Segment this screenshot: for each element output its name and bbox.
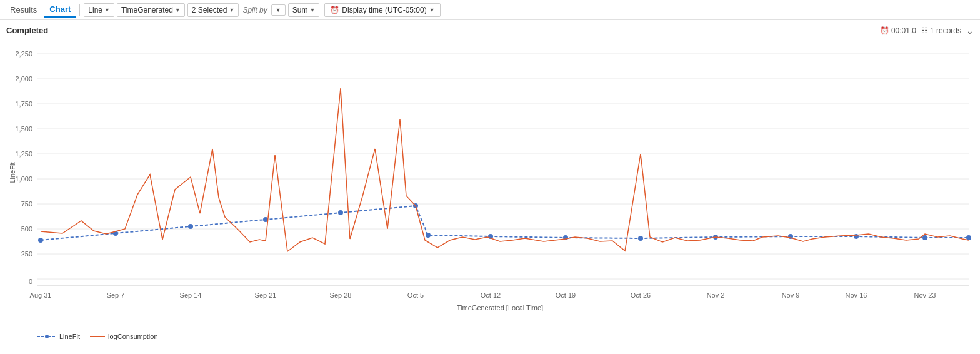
chart-svg: 2,250 2,000 1,750 1,500 1,250 1,000 750 … xyxy=(0,41,980,329)
svg-text:Oct 5: Oct 5 xyxy=(408,291,424,299)
records-value: 1 records xyxy=(930,26,961,35)
sum-label: Sum xyxy=(292,6,308,14)
chart-area: 2,250 2,000 1,750 1,500 1,250 1,000 750 … xyxy=(0,41,980,329)
chevron-down-icon: ▼ xyxy=(309,7,315,13)
svg-text:250: 250 xyxy=(21,250,32,258)
svg-text:TimeGenerated [Local Time]: TimeGenerated [Local Time] xyxy=(457,304,543,311)
svg-point-42 xyxy=(426,233,431,238)
svg-text:1,750: 1,750 xyxy=(15,100,32,108)
linefit-legend-icon xyxy=(38,333,56,340)
tab-results[interactable]: Results xyxy=(5,3,42,17)
legend-item-logconsumption: logConsumption xyxy=(90,333,158,340)
svg-text:Nov 2: Nov 2 xyxy=(707,291,725,299)
svg-point-36 xyxy=(38,238,43,243)
svg-text:Oct 12: Oct 12 xyxy=(481,291,501,299)
time-generated-label: TimeGenerated xyxy=(121,6,173,14)
table-icon: ☷ xyxy=(921,26,928,35)
selected-label: 2 Selected xyxy=(192,6,228,14)
display-time-label: Display time (UTC-05:00) xyxy=(342,6,426,14)
completed-label: Completed xyxy=(6,26,48,35)
svg-text:Sep 21: Sep 21 xyxy=(255,291,277,299)
svg-text:Oct 19: Oct 19 xyxy=(556,291,576,299)
svg-text:Oct 26: Oct 26 xyxy=(631,291,651,299)
sum-dropdown[interactable]: Sum ▼ xyxy=(288,3,320,17)
status-time: ⏰ 00:01.0 xyxy=(880,26,916,35)
display-time-dropdown[interactable]: ⏰ Display time (UTC-05:00) ▼ xyxy=(324,3,440,17)
clock-icon: ⏰ xyxy=(880,26,889,35)
line-type-dropdown[interactable]: Line ▼ xyxy=(84,3,114,17)
status-records: ☷ 1 records xyxy=(921,26,961,35)
chevron-down-icon: ▼ xyxy=(276,7,281,13)
svg-text:Nov 9: Nov 9 xyxy=(782,291,800,299)
logconsumption-legend-label: logConsumption xyxy=(108,333,158,340)
svg-text:0: 0 xyxy=(29,278,32,285)
svg-point-45 xyxy=(638,236,643,241)
svg-text:1,500: 1,500 xyxy=(15,125,32,133)
svg-point-38 xyxy=(188,224,193,229)
svg-text:500: 500 xyxy=(21,225,32,233)
svg-text:Sep 14: Sep 14 xyxy=(180,291,202,299)
legend-item-linefit: LineFit xyxy=(38,333,80,340)
chevron-down-icon: ▼ xyxy=(104,7,110,13)
linefit-legend-label: LineFit xyxy=(59,333,80,340)
svg-text:1,000: 1,000 xyxy=(15,175,32,183)
svg-text:2,250: 2,250 xyxy=(15,50,32,58)
split-by-dropdown[interactable]: ▼ xyxy=(271,4,286,16)
tab-divider xyxy=(79,4,80,16)
svg-text:LineFit: LineFit xyxy=(9,162,16,183)
clock-icon: ⏰ xyxy=(330,6,339,14)
chart-legend: LineFit logConsumption xyxy=(0,329,980,344)
svg-point-52 xyxy=(45,335,49,338)
svg-text:Sep 28: Sep 28 xyxy=(330,291,352,299)
split-by-label: Split by xyxy=(241,6,268,14)
svg-text:Nov 23: Nov 23 xyxy=(914,291,936,299)
selected-dropdown[interactable]: 2 Selected ▼ xyxy=(188,3,239,17)
chevron-down-icon: ▼ xyxy=(175,7,181,13)
svg-text:750: 750 xyxy=(21,200,32,208)
logconsumption-legend-icon xyxy=(90,333,105,340)
svg-text:1,250: 1,250 xyxy=(15,150,32,158)
svg-text:Sep 7: Sep 7 xyxy=(107,291,125,299)
toolbar: Results Chart Line ▼ TimeGenerated ▼ 2 S… xyxy=(0,0,980,20)
status-bar: Completed ⏰ 00:01.0 ☷ 1 records ⌄ xyxy=(0,20,980,41)
time-generated-dropdown[interactable]: TimeGenerated ▼ xyxy=(117,3,185,17)
chevron-down-icon: ▼ xyxy=(429,7,435,13)
status-right: ⏰ 00:01.0 ☷ 1 records ⌄ xyxy=(880,26,974,36)
svg-text:Nov 16: Nov 16 xyxy=(846,291,868,299)
time-value: 00:01.0 xyxy=(891,26,916,35)
svg-point-40 xyxy=(338,210,343,215)
chevron-down-icon: ▼ xyxy=(229,7,235,13)
line-type-label: Line xyxy=(88,6,102,14)
tab-chart[interactable]: Chart xyxy=(44,2,76,18)
svg-text:Aug 31: Aug 31 xyxy=(30,291,52,299)
svg-text:2,000: 2,000 xyxy=(15,75,32,83)
expand-icon[interactable]: ⌄ xyxy=(966,26,974,36)
